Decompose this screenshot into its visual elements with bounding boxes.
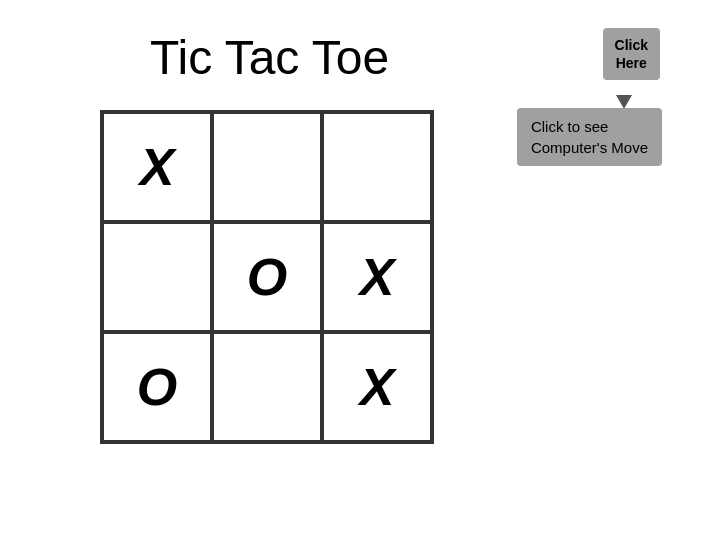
click-here-button[interactable]: Click Here [603, 28, 660, 80]
tooltip-line2: Computer's Move [531, 139, 648, 156]
arrow-down-icon [616, 95, 632, 109]
cell-1-2[interactable]: X [322, 222, 432, 332]
cell-2-2[interactable]: X [322, 332, 432, 442]
cell-0-2[interactable] [322, 112, 432, 222]
tooltip-line1: Click to see [531, 118, 609, 135]
click-here-label: Click Here [615, 37, 648, 71]
tic-tac-toe-grid: XOXOX [100, 110, 434, 444]
cell-0-1[interactable] [212, 112, 322, 222]
page-title: Tic Tac Toe [150, 30, 389, 85]
cell-1-0[interactable] [102, 222, 212, 332]
cell-1-1[interactable]: O [212, 222, 322, 332]
cell-2-1[interactable] [212, 332, 322, 442]
cell-2-0[interactable]: O [102, 332, 212, 442]
cell-0-0[interactable]: X [102, 112, 212, 222]
click-to-see-tooltip: Click to see Computer's Move [517, 108, 662, 166]
